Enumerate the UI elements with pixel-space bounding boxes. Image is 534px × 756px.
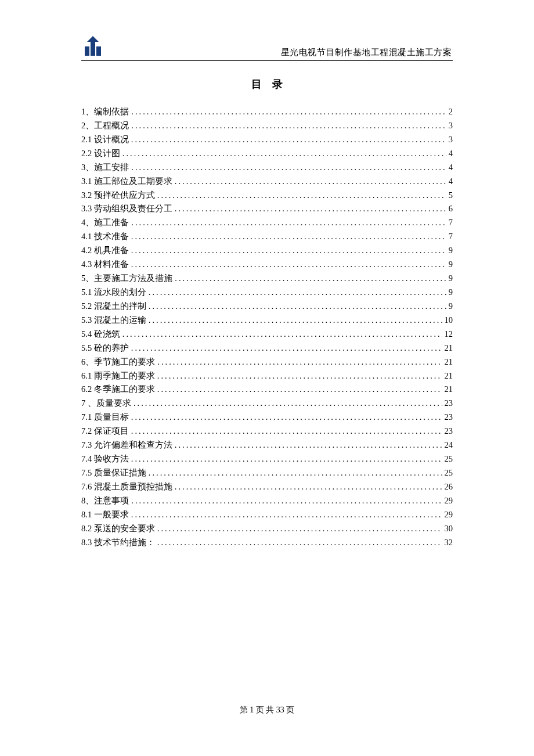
toc-leader-dots: [131, 258, 446, 272]
toc-entry-page: 29: [445, 508, 453, 522]
toc-entry-label: 8.1 一般要求: [81, 508, 129, 522]
footer-suffix: 页: [286, 705, 294, 714]
toc-entry-label: 7.5 质量保证措施: [81, 466, 146, 480]
toc-entry-page: 9: [449, 258, 453, 272]
toc-entry[interactable]: 8.3 技术节约措施：32: [81, 536, 453, 550]
toc-leader-dots: [131, 424, 442, 438]
svg-rect-1: [91, 46, 95, 56]
toc-entry[interactable]: 3.1 施工部位及工期要求4: [81, 175, 453, 189]
toc-entry-page: 23: [445, 424, 453, 438]
toc-entry-page: 4: [449, 175, 453, 189]
toc-leader-dots: [157, 522, 442, 536]
toc-leader-dots: [131, 508, 442, 522]
footer-total-pages: 33: [276, 705, 284, 714]
toc-entry-page: 21: [445, 341, 453, 355]
toc-leader-dots: [131, 133, 446, 147]
toc-entry[interactable]: 5.2 混凝土的拌制9: [81, 300, 453, 314]
toc-leader-dots: [175, 202, 446, 216]
toc-entry-label: 6.2 冬季施工的要求: [81, 383, 155, 397]
toc-entry[interactable]: 4、施工准备7: [81, 216, 453, 230]
footer-mid: 页 共: [256, 705, 275, 714]
toc-entry-label: 3、施工安排: [81, 161, 129, 175]
toc-entry[interactable]: 7.4 验收方法25: [81, 452, 453, 466]
toc-entry-label: 8.2 泵送的安全要求: [81, 522, 155, 536]
page-header: 星光电视节目制作基地工程混凝土施工方案: [81, 35, 453, 61]
toc-leader-dots: [131, 105, 446, 119]
toc-entry-label: 7.4 验收方法: [81, 452, 129, 466]
toc-entry-page: 4: [449, 161, 453, 175]
toc-entry[interactable]: 7.5 质量保证措施25: [81, 466, 453, 480]
toc-entry-page: 25: [445, 452, 453, 466]
toc-entry-page: 29: [445, 494, 453, 508]
title-part-a: 目: [251, 78, 262, 90]
toc-entry-page: 9: [449, 286, 453, 300]
toc-entry[interactable]: 5.1 流水段的划分9: [81, 286, 453, 300]
svg-rect-0: [85, 46, 89, 56]
toc-entry[interactable]: 3、施工安排4: [81, 161, 453, 175]
toc-entry[interactable]: 2.2 设计图4: [81, 147, 453, 161]
toc-entry[interactable]: 8、注意事项29: [81, 494, 453, 508]
toc-entry-page: 4: [449, 147, 453, 161]
toc-entry-label: 4、施工准备: [81, 216, 129, 230]
toc-entry-page: 2: [449, 105, 453, 119]
toc-entry-label: 7 、质量要求: [81, 397, 131, 411]
toc-entry[interactable]: 6.2 冬季施工的要求21: [81, 383, 453, 397]
toc-entry-label: 2.2 设计图: [81, 147, 120, 161]
toc-entry[interactable]: 7 、质量要求23: [81, 397, 453, 411]
toc-entry-label: 2、工程概况: [81, 119, 129, 133]
toc-leader-dots: [131, 244, 446, 258]
toc-entry-label: 8.3 技术节约措施：: [81, 536, 155, 550]
toc-entry[interactable]: 5.5 砼的养护21: [81, 341, 453, 355]
toc-entry[interactable]: 2、工程概况3: [81, 119, 453, 133]
toc-leader-dots: [149, 314, 442, 327]
company-logo-icon: [81, 35, 104, 58]
toc-entry[interactable]: 7.3 允许偏差和检查方法24: [81, 438, 453, 452]
toc-leader-dots: [131, 341, 442, 355]
toc-entry[interactable]: 8.1 一般要求29: [81, 508, 453, 522]
toc-entry[interactable]: 5.3 混凝土的运输10: [81, 314, 453, 327]
toc-entry-label: 2.1 设计概况: [81, 133, 129, 147]
toc-entry-label: 5.5 砼的养护: [81, 341, 129, 355]
toc-entry[interactable]: 5、主要施工方法及措施9: [81, 272, 453, 286]
toc-entry-label: 1、编制依据: [81, 105, 129, 119]
toc-entry[interactable]: 2.1 设计概况3: [81, 133, 453, 147]
toc-entry-page: 23: [445, 397, 453, 411]
toc-entry[interactable]: 7.6 混凝土质量预控措施26: [81, 480, 453, 494]
toc-entry-label: 5.2 混凝土的拌制: [81, 300, 146, 314]
toc-entry-page: 9: [449, 300, 453, 314]
toc-entry-label: 3.1 施工部位及工期要求: [81, 175, 172, 189]
toc-entry-label: 6.1 雨季施工的要求: [81, 369, 155, 383]
toc-entry[interactable]: 8.2 泵送的安全要求30: [81, 522, 453, 536]
toc-leader-dots: [175, 272, 446, 286]
toc-entry-label: 4.1 技术准备: [81, 230, 129, 244]
toc-entry-label: 6、季节施工的要求: [81, 355, 155, 369]
toc-leader-dots: [131, 161, 446, 175]
toc-entry[interactable]: 4.2 机具准备9: [81, 244, 453, 258]
toc-entry[interactable]: 4.1 技术准备7: [81, 230, 453, 244]
toc-entry[interactable]: 3.2 预拌砼供应方式5: [81, 189, 453, 203]
toc-entry[interactable]: 6、季节施工的要求21: [81, 355, 453, 369]
toc-leader-dots: [131, 216, 446, 230]
toc-entry[interactable]: 7.1 质量目标23: [81, 411, 453, 424]
toc-leader-dots: [175, 480, 442, 494]
toc-entry[interactable]: 3.3 劳动组织及责任分工6: [81, 202, 453, 216]
toc-leader-dots: [157, 189, 446, 203]
toc-entry[interactable]: 5.4 砼浇筑12: [81, 327, 453, 341]
toc-entry[interactable]: 7.2 保证项目23: [81, 424, 453, 438]
toc-entry[interactable]: 4.3 材料准备9: [81, 258, 453, 272]
toc-entry-page: 3: [449, 119, 453, 133]
footer-current-page: 1: [250, 705, 254, 714]
toc-entry-page: 6: [449, 202, 453, 216]
toc-entry-page: 25: [445, 466, 453, 480]
toc-leader-dots: [175, 438, 442, 452]
toc-entry-label: 4.2 机具准备: [81, 244, 129, 258]
toc-entry-page: 23: [445, 411, 453, 424]
toc-entry-page: 32: [445, 536, 453, 550]
toc-entry-label: 5.4 砼浇筑: [81, 327, 120, 341]
toc-entry-page: 7: [449, 230, 453, 244]
toc-leader-dots: [157, 383, 442, 397]
toc-entry-label: 7.1 质量目标: [81, 411, 129, 424]
toc-entry-label: 3.3 劳动组织及责任分工: [81, 202, 172, 216]
toc-entry[interactable]: 6.1 雨季施工的要求21: [81, 369, 453, 383]
toc-entry[interactable]: 1、编制依据2: [81, 105, 453, 119]
